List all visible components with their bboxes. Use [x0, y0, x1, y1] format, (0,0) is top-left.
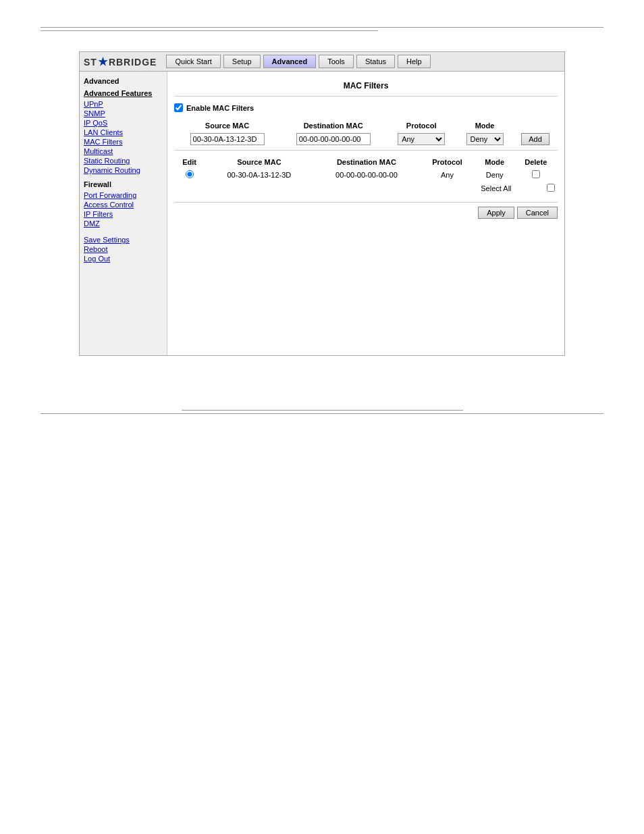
- top-line-1: [41, 27, 603, 28]
- enable-mac-filters-checkbox[interactable]: [174, 103, 183, 112]
- sidebar-advanced-title: Advanced: [84, 77, 163, 85]
- top-line-2: [41, 30, 378, 31]
- sidebar-firewall-title: Firewall: [84, 180, 163, 188]
- results-mode-header: Mode: [475, 156, 514, 168]
- col-mode-header: Mode: [456, 120, 513, 131]
- sidebar-bottom-links: Save Settings Reboot Log Out: [84, 235, 163, 263]
- nav-help[interactable]: Help: [398, 55, 431, 68]
- results-edit-header: Edit: [174, 156, 205, 168]
- sidebar-multicast[interactable]: Multicast: [84, 147, 163, 156]
- row-protocol: Any: [419, 168, 475, 182]
- row-mode: Deny: [475, 168, 514, 182]
- sidebar-access-control[interactable]: Access Control: [84, 200, 163, 209]
- dest-mac-input[interactable]: [296, 133, 371, 145]
- apply-button[interactable]: Apply: [478, 207, 514, 219]
- content-panel: MAC Filters Enable MAC Filters Source MA…: [167, 72, 564, 355]
- source-mac-input[interactable]: [190, 133, 265, 145]
- col-source-mac-header: Source MAC: [174, 120, 280, 131]
- sidebar-dmz[interactable]: DMZ: [84, 219, 163, 228]
- results-source-mac-header: Source MAC: [205, 156, 313, 168]
- add-cell: Add: [513, 131, 558, 147]
- nav-quick-start[interactable]: Quick Start: [166, 55, 220, 68]
- nav-status[interactable]: Status: [356, 55, 395, 68]
- results-delete-header: Delete: [514, 156, 558, 168]
- panel-title: MAC Filters: [174, 78, 558, 97]
- sidebar-ip-qos[interactable]: IP QoS: [84, 118, 163, 128]
- page-wrapper: ST★RBRIDGE Quick Start Setup Advanced To…: [0, 0, 644, 834]
- col-protocol-header: Protocol: [386, 120, 456, 131]
- cancel-button[interactable]: Cancel: [517, 207, 558, 219]
- top-nav: ST★RBRIDGE Quick Start Setup Advanced To…: [80, 52, 564, 72]
- logo-text: ST★RBRIDGE: [84, 55, 157, 68]
- results-dest-mac-header: Destination MAC: [314, 156, 420, 168]
- mode-select[interactable]: Deny Allow: [466, 133, 504, 145]
- results-protocol-header: Protocol: [419, 156, 475, 168]
- bottom-btns: Apply Cancel: [174, 202, 558, 219]
- mac-filter-form-table: Source MAC Destination MAC Protocol Mode: [174, 120, 558, 151]
- mode-cell: Deny Allow: [456, 131, 513, 147]
- sidebar-save-settings[interactable]: Save Settings: [84, 235, 163, 244]
- row-edit-cell: [174, 168, 205, 182]
- sidebar-log-out[interactable]: Log Out: [84, 254, 163, 263]
- sidebar-reboot[interactable]: Reboot: [84, 244, 163, 254]
- dest-mac-cell: [280, 131, 386, 147]
- row-dest-mac: 00-00-00-00-00-00: [314, 168, 420, 182]
- row-source-mac: 00-30-0A-13-12-3D: [205, 168, 313, 182]
- nav-advanced[interactable]: Advanced: [263, 55, 317, 68]
- nav-setup[interactable]: Setup: [223, 55, 261, 68]
- protocol-cell: Any TCP UDP ICMP: [386, 131, 456, 147]
- star-icon: ★: [98, 56, 108, 68]
- select-all-checkbox-cell: [514, 182, 558, 195]
- sidebar-advanced-features-title: Advanced Features: [84, 89, 163, 97]
- sidebar: Advanced Advanced Features UPnP SNMP IP …: [80, 72, 167, 355]
- sidebar-upnp[interactable]: UPnP: [84, 99, 163, 109]
- sidebar-ip-filters[interactable]: IP Filters: [84, 209, 163, 219]
- bottom-line-2: [41, 413, 603, 414]
- select-all-checkbox[interactable]: [547, 184, 555, 192]
- row-edit-radio[interactable]: [186, 170, 194, 178]
- bottom-lines: [41, 410, 603, 414]
- sidebar-dynamic-routing[interactable]: Dynamic Routing: [84, 165, 163, 175]
- sidebar-lan-clients[interactable]: LAN Clients: [84, 128, 163, 137]
- select-all-label-cell: Select All: [174, 182, 514, 195]
- sidebar-port-forwarding[interactable]: Port Forwarding: [84, 190, 163, 200]
- enable-mac-filters-label: Enable MAC Filters: [186, 104, 254, 112]
- row-delete-checkbox[interactable]: [532, 170, 540, 178]
- select-all-label: Select All: [481, 184, 511, 192]
- sidebar-snmp[interactable]: SNMP: [84, 109, 163, 118]
- results-table: Edit Source MAC Destination MAC Protocol…: [174, 156, 558, 195]
- select-all-row: Select All: [174, 182, 558, 195]
- sidebar-mac-filters[interactable]: MAC Filters: [84, 137, 163, 147]
- main-area: Advanced Advanced Features UPnP SNMP IP …: [80, 72, 564, 355]
- table-row: 00-30-0A-13-12-3D 00-00-00-00-00-00 Any …: [174, 168, 558, 182]
- bottom-line-1: [182, 410, 463, 411]
- protocol-select[interactable]: Any TCP UDP ICMP: [398, 133, 445, 145]
- sidebar-static-routing[interactable]: Static Routing: [84, 156, 163, 165]
- form-divider: [174, 147, 558, 151]
- col-dest-mac-header: Destination MAC: [280, 120, 386, 131]
- router-ui: ST★RBRIDGE Quick Start Setup Advanced To…: [79, 51, 565, 356]
- logo-area: ST★RBRIDGE: [84, 55, 157, 68]
- nav-tools[interactable]: Tools: [319, 55, 354, 68]
- row-delete-cell: [514, 168, 558, 182]
- enable-row: Enable MAC Filters: [174, 103, 558, 112]
- source-mac-cell: [174, 131, 280, 147]
- add-button[interactable]: Add: [521, 133, 549, 145]
